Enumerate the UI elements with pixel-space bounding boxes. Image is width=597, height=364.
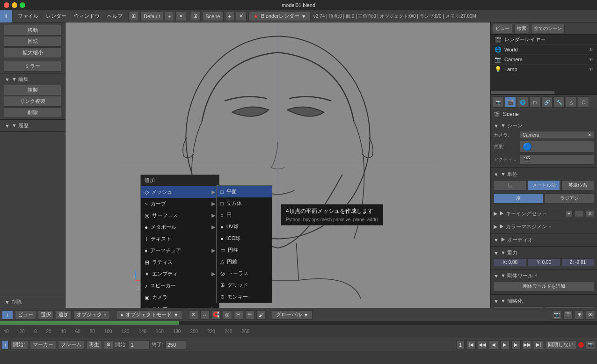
jump-end-btn[interactable]: ▶| [534,340,543,349]
camera-menu-item[interactable]: ◉ カメラ [141,291,219,303]
lattice-menu-item[interactable]: ⊞ ラティス [141,256,219,268]
imperial-btn[interactable]: 英単位系 [561,180,594,190]
maximize-button[interactable] [20,2,25,8]
keying-minus-btn[interactable]: — [575,210,584,217]
play-btn[interactable]: ▶ [500,340,510,349]
jump-start-btn[interactable]: |◀ [466,340,476,349]
global-selector[interactable]: グローバル ▼ [272,310,313,320]
speaker-menu-item[interactable]: ♪ スピーカー [141,280,219,291]
keying-section-header[interactable]: ▶ ▶ キーイングセット + — ✕ [494,209,594,218]
snap-btn[interactable]: 🧲 [211,310,221,320]
object-mode-selector[interactable]: ● オブジェクトモード ▼ [116,310,183,320]
start-frame-input[interactable] [129,340,150,349]
workspace-grid-btn[interactable]: ⊞ [128,12,139,21]
rigid-world-header[interactable]: ▼ ▼ 剛体ワールド [494,271,594,280]
metric-btn[interactable]: メートル法 [528,180,561,190]
anim-render-btn[interactable]: 🎬 [563,310,573,320]
timeline-frame-btn[interactable]: フレーム [58,340,84,349]
render-props-icon[interactable]: 📷 [493,96,504,108]
edit-section-header[interactable]: ▼ ▼ 編集 [2,74,63,84]
gravity-y-field[interactable]: Y: 0.00 [527,258,560,266]
prev-frame-btn[interactable]: ◀ [489,340,498,349]
render-engine-selector[interactable]: 🔺 Blenderレンダー ▼ [248,12,311,21]
select-btn[interactable]: 選択 [38,310,54,320]
subdivide-field[interactable]: 細分化: 6 [494,306,543,308]
camera-record-btn[interactable]: 📷 [586,340,595,349]
timeline-settings-icon[interactable]: ⚙ [104,340,113,349]
cube-menu-item[interactable]: □ 立方体 [217,197,272,209]
info-button[interactable]: i [0,10,12,22]
cylinder-menu-item[interactable]: ▭ 円柱 [217,244,272,256]
delete-button[interactable]: 削除 [4,107,61,118]
render-menu[interactable]: レンダー [42,12,70,21]
outliner-scrollbar[interactable] [491,91,597,95]
scene-plus[interactable]: + [225,12,234,21]
units-section-header[interactable]: ▼ ▼ 単位 [494,170,594,179]
text-menu-item[interactable]: T テキスト [141,233,219,245]
scene-grid-btn[interactable]: ⊞ [190,12,201,21]
scene-props-icon[interactable]: 🎬 [505,96,516,108]
armature-menu-item[interactable]: ♦ アーマチュア ▶ [141,245,219,256]
modifier-props-icon[interactable]: 🔧 [553,96,565,108]
slot-btn[interactable]: ⊞ [575,310,584,320]
scene-section-header[interactable]: ▼ ▼ シーン [494,121,594,130]
timeline-play-btn[interactable]: 再生 [86,340,102,349]
simplify-header[interactable]: ▼ ▼ 簡略化 [494,297,594,306]
timeline-view-menu[interactable]: 開始: [10,340,28,349]
mesh-menu-item[interactable]: ◇ メッシュ ▶ [141,186,219,198]
circle-menu-item[interactable]: ○ 円 [217,209,272,221]
record-button[interactable] [578,342,584,348]
monkey-menu-item[interactable]: ⊙ モンキー [217,291,272,303]
move-button[interactable]: 移動 [4,25,61,36]
minimize-button[interactable] [12,2,17,8]
end-frame-input[interactable] [165,340,186,349]
linked-dup-button[interactable]: リンク複製 [4,96,61,107]
torus-menu-item[interactable]: ◎ トーラス [217,268,272,279]
cone-menu-item[interactable]: △ 円錐 [217,256,272,268]
color-mgmt-header[interactable]: ▶ ▶ カラーマネジメント [494,222,594,231]
active-value[interactable]: 🎬 [520,154,594,165]
viewport[interactable]: フロント・平行投影 ▶ トランスフォーム座標系 [66,22,490,308]
duplicate-button[interactable]: 複製 [4,85,61,95]
overlay-btn[interactable]: 👁 [586,310,595,320]
next-frame-btn[interactable]: ▶ [511,340,521,349]
timeline-view-btn[interactable]: i [2,340,8,349]
view-button-rp[interactable]: ビュー [493,24,512,33]
lamp-menu-item[interactable]: ✦ ランプ ▶ [141,303,219,308]
help-menu[interactable]: ヘルプ [103,12,126,21]
gravity-x-field[interactable]: X: 0.00 [494,258,526,266]
timeline-marker-btn[interactable]: マーカー [30,340,56,349]
shadow-field[interactable]: シャドウ: 16 [545,306,595,308]
constraint-props-icon[interactable]: 🔗 [541,96,553,108]
material-props-icon[interactable]: ⬡ [578,96,589,108]
view-btn[interactable]: ビュー [15,310,36,320]
surface-menu-item[interactable]: ◎ サーフェス ▶ [141,210,219,221]
empty-menu-item[interactable]: ✦ エンプティ ▶ [141,268,219,280]
camera-value[interactable]: Camera ✕ [520,131,594,139]
rotate-button[interactable]: 回転 [4,36,61,47]
file-menu[interactable]: ファイル [14,12,42,21]
data-props-icon[interactable]: △ [566,96,577,108]
workspace-x[interactable]: ✕ [175,12,186,21]
window-controls[interactable] [4,2,25,8]
add-btn[interactable]: 追加 [56,310,72,320]
grease-btn[interactable]: ✏ [245,310,255,320]
all-scenes-button[interactable]: 全てのシーン [531,24,565,33]
degrees-btn[interactable]: 度 [494,193,543,204]
sculpt-btn[interactable]: 🖌 [256,310,266,320]
icosphere-menu-item[interactable]: ● ICO球 [217,233,272,244]
lamp-item[interactable]: 💡 Lamp 👁 [491,65,597,74]
vp-info-btn[interactable]: i [2,310,13,320]
proportional-btn[interactable]: ◎ [223,310,232,320]
keying-add-btn[interactable]: + [565,210,573,217]
scale-button[interactable]: 拡大縮小 [4,47,61,58]
none-units-btn[interactable]: し [494,180,526,190]
gravity-z-field[interactable]: Z: -9.81 [561,258,594,266]
add-rigid-world-btn[interactable]: 剛体ワールドを追加 [494,281,594,291]
workspace-plus[interactable]: + [165,12,174,21]
meta-menu-item[interactable]: ● メタボール ▶ [141,221,219,233]
plane-menu-item[interactable]: □ 平面 [217,186,272,197]
prev-keyframe-btn[interactable]: ◀◀ [478,340,487,349]
scene-name[interactable]: Scene [202,12,223,21]
camera-item[interactable]: 📷 Camera 👁 [491,55,597,65]
